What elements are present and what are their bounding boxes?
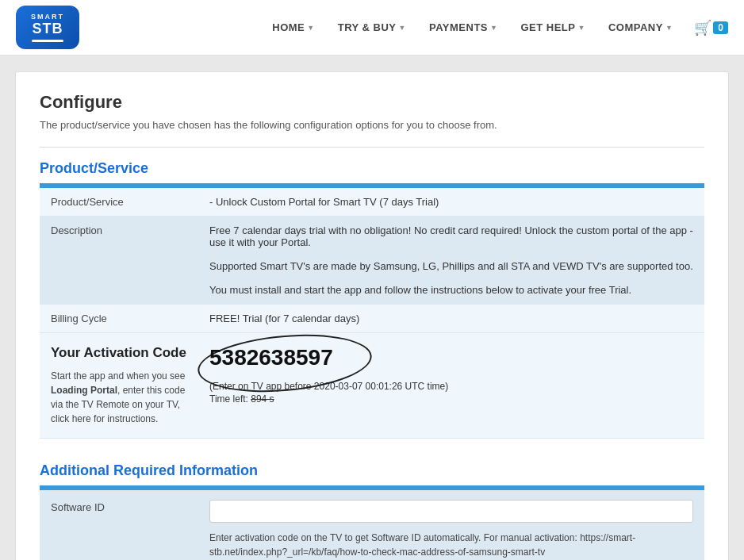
cart-count: 0	[713, 21, 728, 34]
logo: SMART STB	[16, 6, 79, 49]
table-row: Billing Cycle FREE! Trial (for 7 calenda…	[40, 305, 704, 333]
nav-get-help[interactable]: GET HELP ▼	[511, 15, 594, 40]
nav-company[interactable]: COMPANY ▼	[599, 15, 682, 40]
product-service-table: Product/Service - Unlock Custom Portal f…	[40, 183, 704, 439]
activation-code-area: 5382638597 (Enter on TV app before 2020-…	[209, 345, 693, 405]
row-label-description: Description	[40, 217, 198, 305]
table-row: Product/Service - Unlock Custom Portal f…	[40, 188, 704, 217]
software-id-cell: Enter activation code on the TV to get S…	[198, 490, 704, 560]
table-row: Description Free 7 calendar days trial w…	[40, 217, 704, 305]
nav-payments-arrow: ▼	[490, 24, 497, 32]
nav-get-help-arrow: ▼	[577, 24, 585, 32]
activation-row: Your Activation Code Start the app and w…	[40, 333, 704, 439]
row-value-billing: FREE! Trial (for 7 calendar days)	[198, 305, 704, 333]
software-id-note: Enter activation code on the TV to get S…	[209, 531, 693, 559]
activation-timeleft: Time left: 894 s	[209, 393, 693, 405]
nav-home[interactable]: HOME ▼	[263, 15, 324, 40]
logo-smart-text: SMART	[31, 13, 64, 21]
activation-timeleft-value: 894 s	[251, 393, 274, 405]
page-header: SMART STB HOME ▼ TRY & BUY ▼ PAYMENTS ▼ …	[0, 0, 744, 56]
row-value-product: - Unlock Custom Portal for Smart TV (7 d…	[198, 188, 704, 217]
additional-table: Software ID Enter activation code on the…	[40, 485, 704, 560]
nav-try-buy[interactable]: TRY & BUY ▼	[328, 15, 416, 40]
software-id-label: Software ID	[40, 490, 198, 560]
table-row: Software ID Enter activation code on the…	[40, 490, 704, 560]
logo-underline	[32, 40, 63, 42]
row-value-description: Free 7 calendar days trial with no oblig…	[198, 217, 704, 305]
main-nav: HOME ▼ TRY & BUY ▼ PAYMENTS ▼ GET HELP ▼…	[263, 15, 682, 40]
nav-company-arrow: ▼	[665, 24, 673, 32]
nav-home-arrow: ▼	[307, 24, 314, 32]
row-label-product: Product/Service	[40, 188, 198, 217]
page-title: Configure	[40, 92, 704, 113]
cart-area[interactable]: 🛒 0	[694, 19, 728, 36]
activation-instructions: Start the app and when you see Loading P…	[51, 369, 187, 426]
activation-label-cell: Your Activation Code Start the app and w…	[40, 333, 198, 439]
activation-code-cell: 5382638597 (Enter on TV app before 2020-…	[198, 333, 704, 439]
product-service-title: Product/Service	[40, 160, 704, 177]
software-id-input[interactable]	[209, 500, 693, 523]
activation-code: 5382638597	[209, 345, 368, 370]
page-subtitle: The product/service you have chosen has …	[40, 119, 704, 131]
nav-payments[interactable]: PAYMENTS ▼	[420, 15, 508, 40]
activation-code-wrapper: 5382638597	[209, 345, 368, 370]
main-content: Configure The product/service you have c…	[15, 71, 729, 560]
cart-icon: 🛒	[694, 19, 711, 36]
additional-section: Additional Required Information Software…	[40, 462, 704, 560]
additional-section-title: Additional Required Information	[40, 462, 704, 479]
nav-try-buy-arrow: ▼	[399, 24, 406, 32]
logo-area: SMART STB	[16, 6, 79, 49]
logo-stb-text: STB	[33, 21, 63, 37]
activation-title: Your Activation Code	[51, 345, 187, 361]
row-label-billing: Billing Cycle	[40, 305, 198, 333]
